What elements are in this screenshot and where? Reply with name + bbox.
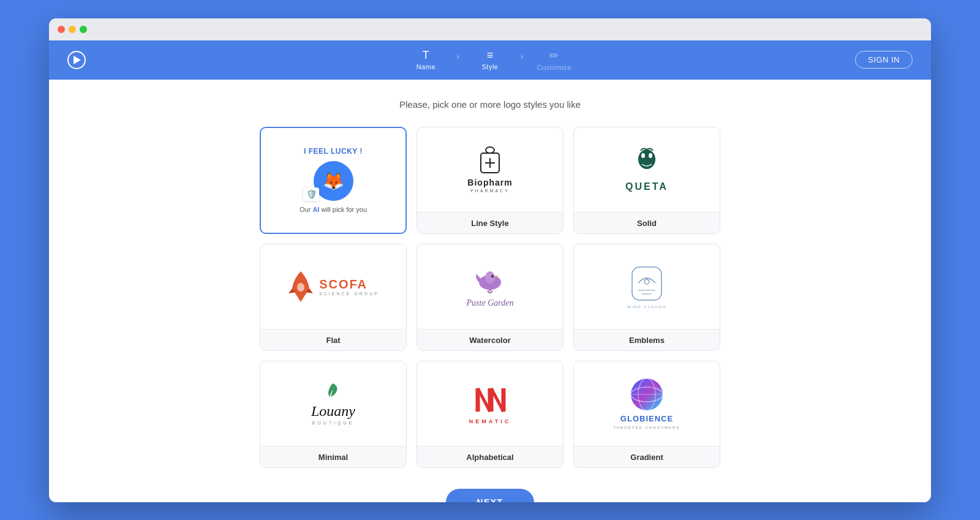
svg-point-7 bbox=[297, 283, 304, 292]
scofa-text: SCOFA SCIENCE GROUP bbox=[319, 277, 379, 296]
play-triangle-icon bbox=[74, 56, 81, 64]
minimize-button[interactable] bbox=[69, 26, 76, 33]
card-ai-pick[interactable]: I FEEL LUCKY ! 🦊 🛡️ Our AI will pick for… bbox=[260, 127, 407, 234]
watercolor-logo: Puste Garden bbox=[467, 265, 514, 308]
louany-sub: BOUTIQUE bbox=[312, 421, 355, 425]
minimal-label-wrap: Minimal bbox=[260, 446, 406, 467]
step-style[interactable]: ≡ Style bbox=[466, 49, 514, 70]
globience-sub: TARGETED CONSUMERS bbox=[614, 426, 680, 429]
alphabetical-label: Alphabetical bbox=[466, 453, 513, 462]
biopharm-name: Biopharm bbox=[467, 178, 512, 187]
emblems-svg-icon bbox=[626, 265, 668, 303]
card-emblems[interactable]: WIND CLOUDS Emblems bbox=[573, 244, 720, 351]
solid-label-wrap: Solid bbox=[574, 212, 720, 233]
card-flat-image: SCOFA SCIENCE GROUP bbox=[260, 244, 406, 329]
biopharm-sub: PHARMACY bbox=[470, 189, 510, 193]
svg-point-6 bbox=[649, 153, 652, 158]
ai-fox-area: 🦊 🛡️ bbox=[306, 159, 361, 202]
logo-icon bbox=[67, 51, 86, 69]
scofa-name: SCOFA bbox=[319, 277, 379, 292]
app-window: T Name › ≡ Style › ✏ Customize SIGN IN P… bbox=[49, 18, 931, 502]
step-name[interactable]: T Name bbox=[401, 49, 450, 70]
next-button[interactable]: NEXT bbox=[446, 489, 533, 502]
close-button[interactable] bbox=[58, 26, 65, 33]
instruction-text: Please, pick one or more logo styles you… bbox=[399, 99, 581, 110]
style-grid: I FEEL LUCKY ! 🦊 🛡️ Our AI will pick for… bbox=[260, 127, 720, 468]
fullscreen-button[interactable] bbox=[80, 26, 87, 33]
queta-logo: QUETA bbox=[625, 147, 668, 192]
header: T Name › ≡ Style › ✏ Customize SIGN IN bbox=[49, 40, 931, 80]
ai-feel-lucky-text: I FEEL LUCKY ! bbox=[304, 147, 363, 156]
flat-label: Flat bbox=[326, 336, 340, 345]
card-flat[interactable]: SCOFA SCIENCE GROUP Flat bbox=[260, 244, 407, 351]
line-style-label: Line Style bbox=[471, 219, 508, 228]
ai-highlight: AI bbox=[312, 206, 319, 213]
scofa-rocket-icon bbox=[287, 270, 314, 303]
card-gradient[interactable]: GLOBIENCE TARGETED CONSUMERS Gradient bbox=[573, 361, 720, 468]
customize-step-icon: ✏ bbox=[549, 49, 559, 62]
card-solid[interactable]: QUETA Solid bbox=[573, 127, 720, 234]
card-line-style-image: Biopharm PHARMACY bbox=[417, 127, 563, 212]
emblems-sub-text: WIND CLOUDS bbox=[627, 305, 667, 309]
svg-point-5 bbox=[641, 153, 645, 158]
queta-name: QUETA bbox=[625, 181, 668, 192]
ai-shield-badge: 🛡️ bbox=[303, 187, 319, 201]
step-customize[interactable]: ✏ Customize bbox=[530, 49, 579, 71]
gradient-label-wrap: Gradient bbox=[574, 446, 720, 467]
svg-point-14 bbox=[644, 279, 649, 284]
alphabetical-label-wrap: Alphabetical bbox=[417, 446, 563, 467]
louany-logo: Louany BOUTIQUE bbox=[311, 382, 355, 425]
emblems-logo: WIND CLOUDS bbox=[626, 265, 668, 309]
flat-label-wrap: Flat bbox=[260, 329, 406, 350]
louany-name: Louany bbox=[311, 403, 355, 420]
main-content: Please, pick one or more logo styles you… bbox=[49, 80, 931, 502]
biopharm-svg-icon bbox=[475, 146, 505, 176]
ai-pick-content: I FEEL LUCKY ! 🦊 🛡️ Our AI will pick for… bbox=[261, 128, 405, 233]
nematic-name: NEMATIC bbox=[469, 418, 511, 424]
name-step-icon: T bbox=[423, 49, 429, 62]
solid-label: Solid bbox=[637, 219, 657, 228]
card-alphabetical-image: NEMATIC bbox=[417, 361, 563, 446]
card-alphabetical[interactable]: NEMATIC Alphabetical bbox=[417, 361, 564, 468]
title-bar bbox=[49, 18, 931, 40]
biopharm-logo: Biopharm PHARMACY bbox=[467, 146, 512, 193]
fox-icon: 🦊 bbox=[323, 171, 344, 191]
ai-circle-bg: 🦊 bbox=[314, 161, 353, 201]
card-line-style[interactable]: Biopharm PHARMACY Line Style bbox=[417, 127, 564, 234]
queta-svg-icon bbox=[631, 147, 663, 179]
svg-rect-0 bbox=[486, 147, 494, 153]
globience-logo: GLOBIENCE TARGETED CONSUMERS bbox=[614, 377, 680, 429]
globience-name: GLOBIENCE bbox=[620, 414, 673, 423]
watercolor-label-wrap: Watercolor bbox=[417, 329, 563, 350]
emblems-label: Emblems bbox=[629, 336, 665, 345]
card-gradient-image: GLOBIENCE TARGETED CONSUMERS bbox=[574, 361, 720, 446]
svg-point-9 bbox=[485, 271, 495, 284]
sign-in-button[interactable]: SIGN IN bbox=[855, 51, 913, 69]
nav-steps: T Name › ≡ Style › ✏ Customize bbox=[401, 49, 578, 71]
ai-bottom-text: Our AI will pick for you bbox=[300, 206, 367, 213]
traffic-lights bbox=[58, 26, 87, 33]
svg-rect-11 bbox=[632, 267, 662, 300]
nematic-n-svg bbox=[472, 382, 508, 416]
bird-svg-icon bbox=[472, 265, 508, 296]
step-arrow-1: › bbox=[456, 51, 459, 61]
louany-feather-icon bbox=[326, 382, 341, 399]
card-solid-image: QUETA bbox=[574, 127, 720, 212]
scofa-logo: SCOFA SCIENCE GROUP bbox=[287, 270, 379, 303]
style-step-icon: ≡ bbox=[487, 49, 494, 62]
svg-point-10 bbox=[491, 275, 494, 277]
card-watercolor-image: Puste Garden bbox=[417, 244, 563, 329]
step-arrow-2: › bbox=[521, 51, 524, 61]
globience-svg-icon bbox=[630, 377, 664, 412]
nematic-logo: NEMATIC bbox=[469, 382, 511, 424]
minimal-label: Minimal bbox=[318, 453, 348, 462]
scofa-sub: SCIENCE GROUP bbox=[319, 292, 379, 296]
card-minimal-image: Louany BOUTIQUE bbox=[260, 361, 406, 446]
line-style-label-wrap: Line Style bbox=[417, 212, 563, 233]
watercolor-brand-text: Puste Garden bbox=[467, 298, 514, 308]
watercolor-label: Watercolor bbox=[469, 336, 510, 345]
gradient-label: Gradient bbox=[630, 453, 663, 462]
card-minimal[interactable]: Louany BOUTIQUE Minimal bbox=[260, 361, 407, 468]
emblems-label-wrap: Emblems bbox=[574, 329, 720, 350]
card-watercolor[interactable]: Puste Garden Watercolor bbox=[417, 244, 564, 351]
